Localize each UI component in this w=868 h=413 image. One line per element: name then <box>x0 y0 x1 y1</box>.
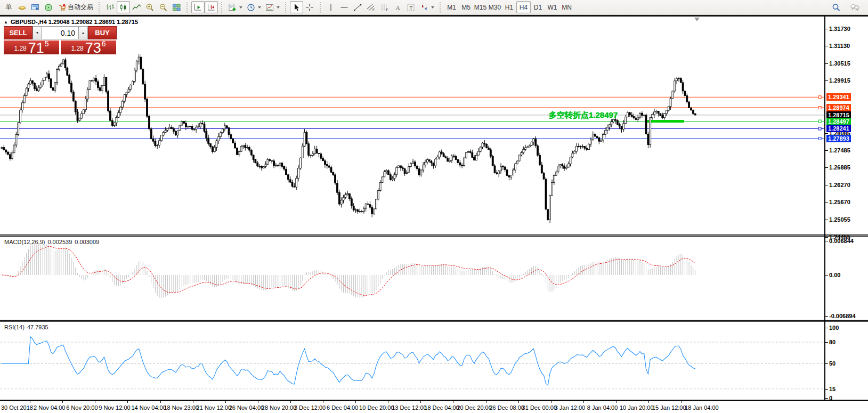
chart-shift-button[interactable] <box>205 1 218 13</box>
rsi-canvas[interactable] <box>0 322 825 400</box>
toolbar-separator <box>186 2 189 13</box>
timeframe-mn-button[interactable]: MN <box>559 1 574 13</box>
line-handle[interactable] <box>818 107 821 109</box>
chart-annotation-text[interactable]: 多空转折点1.28497 <box>549 110 618 120</box>
line-chart-icon <box>132 3 141 12</box>
subwindow-divider[interactable] <box>0 234 868 237</box>
price-axis[interactable]: 1.317301.311301.305151.299151.280851.274… <box>825 17 868 400</box>
navigator-button[interactable] <box>42 1 55 13</box>
time-axis[interactable]: 30 Oct 20182 Nov 04:006 Nov 20:009 Nov 1… <box>0 400 868 413</box>
timeframe-m15-button[interactable]: M15 <box>473 1 488 13</box>
sell-price-button[interactable]: 1.28715 <box>4 41 59 54</box>
time-axis-label: 3 Jan 12:00 <box>555 404 586 411</box>
vertical-line-tool-button[interactable] <box>325 1 338 13</box>
timeframe-m5-button[interactable]: M5 <box>459 1 473 13</box>
chat-button[interactable] <box>848 1 862 13</box>
macd-label: MACD(12,26,9)0.0025390.003009 <box>4 239 102 245</box>
zoom-in-icon <box>145 3 155 12</box>
timeframe-h4-button[interactable]: H4 <box>516 1 531 13</box>
horizontal-line-tool-button[interactable] <box>338 1 351 13</box>
axis-tick <box>825 363 828 364</box>
candlestick-chart-button[interactable] <box>117 1 130 13</box>
timeframe-m1-label: M1 <box>447 4 456 11</box>
tile-windows-icon <box>172 3 181 12</box>
timeframe-m30-button[interactable]: M30 <box>488 1 502 13</box>
indicators-icon <box>228 3 237 12</box>
chart-shift-marker[interactable] <box>694 18 700 21</box>
trendline-tool-button[interactable] <box>351 1 364 13</box>
axis-tick <box>825 241 828 241</box>
one-click-collapse-icon[interactable]: ▲ <box>4 20 8 25</box>
arrows-tool-button[interactable] <box>418 1 436 13</box>
chevron-down-icon[interactable] <box>277 6 280 9</box>
sell-button[interactable]: SELL <box>4 26 33 39</box>
timeframe-m1-button[interactable]: M1 <box>444 1 459 13</box>
main-chart-canvas[interactable] <box>0 18 825 236</box>
macd-axis-label: 0.006844 <box>829 238 854 244</box>
vline-icon <box>327 3 336 12</box>
crosshair-button[interactable] <box>303 1 317 13</box>
line-handle[interactable] <box>818 127 821 130</box>
indicators-list-button[interactable] <box>226 1 245 13</box>
timeframe-m30-label: M30 <box>489 4 501 11</box>
new-order-label: 单 <box>6 3 12 12</box>
line-handle[interactable] <box>818 120 821 123</box>
time-axis-tick <box>681 401 682 403</box>
timeframe-w1-button[interactable]: W1 <box>545 1 559 13</box>
buy-price-button[interactable]: 1.28736 <box>61 41 116 54</box>
timeframe-d1-label: D1 <box>534 4 542 11</box>
fibonacci-tool-button[interactable]: F <box>378 1 391 13</box>
template-icon <box>265 3 274 12</box>
crosshair-icon <box>305 3 314 12</box>
signal-icon <box>44 3 53 12</box>
price-axis-label: 1.31730 <box>829 26 850 32</box>
timeframe-h1-button[interactable]: H1 <box>502 1 516 13</box>
line-handle[interactable] <box>818 96 821 99</box>
time-axis-tick <box>486 401 486 403</box>
chart-ohlc-title: GBPUSD-,H4 1.29048 1.29082 1.28691 1.287… <box>11 19 138 25</box>
axis-tick <box>825 167 828 168</box>
timeframe-m5-label: M5 <box>461 4 470 11</box>
chevron-down-icon[interactable] <box>239 6 242 9</box>
text-label-tool-button[interactable]: T <box>404 1 418 13</box>
time-axis-tick <box>551 401 551 403</box>
line-handle[interactable] <box>818 137 821 140</box>
data-window-button[interactable] <box>29 1 42 13</box>
tile-windows-button[interactable] <box>170 1 183 13</box>
toolbar-separator <box>285 2 288 13</box>
market-watch-button[interactable] <box>15 1 29 13</box>
time-axis-tick <box>583 401 584 403</box>
green-segment[interactable] <box>646 120 684 123</box>
text-tool-button[interactable]: A <box>391 1 404 13</box>
buy-button[interactable]: BUY <box>88 26 117 39</box>
hline-icon <box>340 3 349 12</box>
time-axis-tick <box>518 401 519 403</box>
clock-icon <box>247 3 256 12</box>
time-axis-label: 30 Oct 2018 <box>1 404 33 411</box>
time-axis-label: 14 Nov 04:00 <box>131 404 166 411</box>
new-order-button[interactable]: 单 <box>2 1 15 13</box>
autotrading-button[interactable]: 自动交易 <box>55 1 95 13</box>
line-chart-button[interactable] <box>130 1 143 13</box>
subwindow-divider[interactable] <box>0 320 868 322</box>
volume-increase-button[interactable]: ▲ <box>78 26 88 39</box>
chevron-down-icon[interactable] <box>431 6 434 9</box>
periods-button[interactable] <box>245 1 263 13</box>
templates-button[interactable] <box>263 1 282 13</box>
search-button[interactable] <box>830 1 843 13</box>
zoom-out-button[interactable] <box>157 1 170 13</box>
volume-input[interactable] <box>42 26 78 39</box>
bar-chart-button[interactable] <box>103 1 117 13</box>
timeframe-d1-button[interactable]: D1 <box>531 1 545 13</box>
macd-canvas[interactable] <box>0 237 825 319</box>
auto-scroll-button[interactable] <box>191 1 205 13</box>
chevron-down-icon[interactable] <box>258 6 261 9</box>
zoom-in-button[interactable] <box>143 1 157 13</box>
cursor-button[interactable] <box>290 1 303 13</box>
macd-axis-label: 0.00 <box>829 272 840 278</box>
equidistant-channel-tool-button[interactable]: E <box>364 1 378 13</box>
price-axis-label: 1.26270 <box>829 182 850 188</box>
chart-window: ▲ GBPUSD-,H4 1.29048 1.29082 1.28691 1.2… <box>0 15 868 413</box>
buy-price-prefix: 1.28 <box>71 45 83 52</box>
volume-decrease-button[interactable]: ▼ <box>33 26 42 39</box>
